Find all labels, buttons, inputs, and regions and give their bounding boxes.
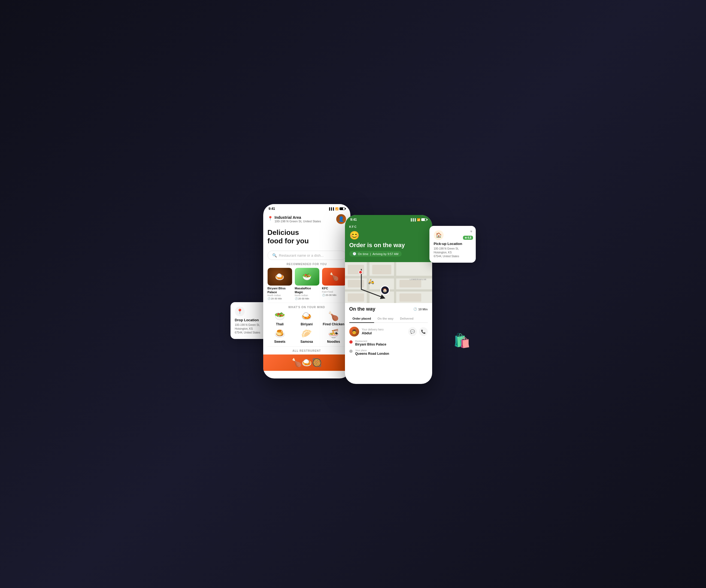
delivery-bike-icon: 🛵 (368, 278, 374, 284)
delivery-hero-info: Your delivery hero Abdul (362, 328, 405, 335)
category-biriyani[interactable]: 🍛 Biriyani (294, 311, 319, 326)
divider-2 (268, 346, 346, 347)
clock-icon: 🕐 (268, 297, 271, 300)
restaurant-card-kfc[interactable]: 🍗 KFC Fast Food 🕐 20-30 Min (322, 268, 347, 300)
map-start-pin (359, 270, 362, 274)
smiley-icon: 😊 (349, 231, 428, 240)
pickup-location-rating: ★ 4.8 (463, 236, 473, 240)
restaurant-card-biryani[interactable]: 🍛 Biryani Bliss Palace North Indian 🕐 20… (268, 268, 292, 300)
category-thali[interactable]: 🥗 Thali (268, 311, 292, 326)
restaurant-row: 🍛 Biryani Bliss Palace North Indian 🕐 20… (263, 268, 350, 300)
kfc-rest-time: 🕐 20-30 Min (322, 294, 347, 297)
samosa-emoji: 🥟 (301, 328, 312, 339)
arriving-label: Arriving by 9:57 AM (372, 252, 398, 256)
search-placeholder: Restaurant name or a dish... (279, 253, 324, 258)
signal-icon: ▐▐▐ (328, 207, 334, 210)
clock-icon-badge: 🕐 (353, 252, 356, 256)
sweets-label: Sweets (274, 340, 285, 344)
all-restaurant-label: ALL RESTRURENT (263, 349, 350, 352)
wifi-icon-2: 📶 (417, 218, 420, 221)
map-end-pin: 🏠 (380, 285, 390, 295)
clock-icon-3: 🕐 (322, 294, 325, 297)
category-samosa[interactable]: 🥟 Samosa (294, 328, 319, 344)
divider-1 (268, 303, 346, 303)
noodles-emoji: 🍜 (328, 328, 339, 339)
your-place-dot (349, 350, 353, 353)
restaurant-label: Restaurant (355, 340, 386, 343)
your-place-row: Your place Queens Road London (349, 349, 428, 356)
pickup-location-card: ♥ 🏠 ★ 4.8 Pick-up Location 100-198 N Gre… (429, 226, 476, 263)
progress-tabs: Order placed On the way Delivered (349, 315, 428, 323)
masala-rest-time: 🕐 20-30 Min (295, 297, 319, 300)
masala-rest-name: MasalaRice Magic (295, 287, 319, 294)
location-address: 100-198 N Green St, United States (275, 220, 321, 223)
map-area: 🛵 🏠 LOWERVAILSE (345, 262, 432, 303)
search-bar[interactable]: 🔍 Restaurant name or a dish... (268, 251, 346, 260)
location-name: Industrial Area (275, 215, 321, 220)
thali-label: Thali (276, 322, 284, 326)
biriyani-emoji: 🍛 (301, 311, 312, 321)
map-area-label: LOWERVAILSE (410, 278, 427, 280)
phone2-status-icons: ▐▐▐ 📶 (410, 218, 426, 221)
category-sweets[interactable]: 🍮 Sweets (268, 328, 292, 344)
thali-emoji: 🥗 (274, 311, 285, 321)
chicken-label: Fired Chicken (323, 322, 344, 326)
sweets-emoji: 🍮 (274, 328, 285, 339)
food-bag-icon: 🛍️ (454, 333, 470, 349)
category-noodles[interactable]: 🍜 Noodles (321, 328, 346, 344)
kfc-rest-cuisine: Fast Food (322, 290, 347, 293)
your-place-label: Your place (355, 349, 389, 352)
tab-delivered[interactable]: Delivered (397, 315, 417, 322)
chicken-emoji: 🍗 (328, 311, 339, 321)
phone2-time: 9:41 (350, 218, 357, 222)
pickup-location-address: 100-198 N Green St,Hoisington, KS67544, … (434, 247, 471, 258)
category-fired-chicken[interactable]: 🍗 Fired Chicken (321, 311, 346, 326)
phone-1: 9:41 ▐▐▐ 📶 📍 Industrial Area 100-198 N G… (263, 204, 350, 379)
kfc-food-image: 🍗 (322, 268, 347, 285)
your-place-value: Queens Road London (355, 352, 389, 356)
samosa-label: Samosa (300, 340, 313, 344)
phone1-status-icons: ▐▐▐ 📶 (328, 207, 345, 210)
scene: ✦ ♥ 📍 ★ 4.8 Drop Location 100-198 N Gree… (231, 199, 476, 389)
kfc-rest-name: KFC (322, 287, 347, 290)
on-time-label: On time (358, 252, 369, 256)
location-info: 📍 Industrial Area 100-198 N Green St, Un… (268, 215, 321, 223)
message-button[interactable]: 💬 (408, 327, 417, 336)
whats-on-mind-label: WHAT'S ON YOUR MIND (263, 306, 350, 309)
phone2-status-bar: 9:41 ▐▐▐ 📶 (345, 215, 432, 223)
on-the-way-title: On the way (349, 306, 376, 312)
drop-location-icon: 📍 (235, 307, 245, 316)
call-button[interactable]: 📞 (419, 327, 428, 336)
restaurant-card-masala[interactable]: 🥗 MasalaRice Magic North Indian 🕐 20-30 … (295, 268, 319, 300)
battery-icon (340, 207, 345, 210)
all-restaurant-preview: 🍗🍛🥘 (263, 354, 350, 371)
biryani-rest-cuisine: North Indian (268, 294, 292, 297)
phone1-header: 📍 Industrial Area 100-198 N Green St, Un… (263, 212, 350, 226)
pickup-location-title: Pick-up Location (434, 242, 471, 246)
restaurant-info-text: Restaurant Biryani Bliss Palace (355, 340, 386, 346)
phone1-time: 9:41 (269, 207, 275, 210)
tab-on-the-way[interactable]: On the way (374, 315, 397, 322)
food-categories-grid: 🥗 Thali 🍛 Biriyani 🍗 Fired Chicken 🍮 Swe… (263, 311, 350, 344)
location-pin-icon: 📍 (268, 216, 273, 221)
biryani-food-image: 🍛 (268, 268, 292, 285)
tab-order-placed[interactable]: Order placed (349, 315, 375, 322)
time-remaining-badge: 🕐 10 Min (414, 307, 428, 311)
hero-title: Deliciousfood for you (268, 228, 346, 245)
pickup-heart-icon[interactable]: ♥ (470, 229, 472, 234)
search-icon: 🔍 (272, 253, 277, 258)
pickup-location-icon: 🏠 (434, 230, 443, 240)
delivery-hero-avatar: 👨 (349, 327, 359, 337)
delivery-hero-name: Abdul (362, 331, 405, 335)
your-place-text: Your place Queens Road London (355, 349, 389, 356)
order-on-way-title: Order is on the way (349, 242, 428, 249)
restaurant-dot (349, 340, 353, 344)
user-avatar[interactable]: 👤 (336, 214, 346, 224)
tracking-header: On the way 🕐 10 Min (349, 306, 428, 312)
phone2-green-header: KFC 😊 Order is on the way 🕐 On time | Ar… (345, 223, 432, 262)
phone1-hero: Deliciousfood for you (263, 226, 350, 248)
arriving-separator: | (370, 252, 371, 256)
kfc-brand-label: KFC (349, 225, 428, 228)
wifi-icon: 📶 (335, 207, 339, 210)
masala-food-image: 🥗 (295, 268, 319, 285)
